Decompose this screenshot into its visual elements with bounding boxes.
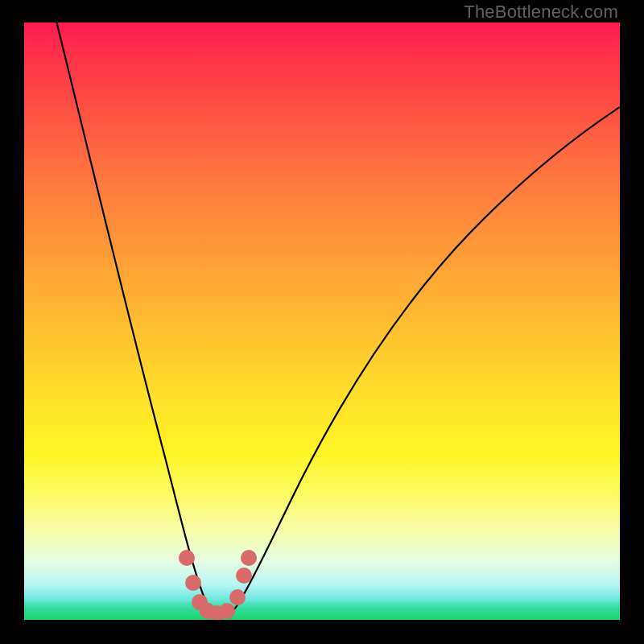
curve-right-branch xyxy=(219,107,620,617)
svg-point-1 xyxy=(185,575,201,591)
curve-markers xyxy=(179,550,257,620)
svg-point-0 xyxy=(179,550,195,566)
svg-point-8 xyxy=(241,550,257,566)
svg-point-6 xyxy=(229,589,246,605)
bottleneck-curve xyxy=(24,23,620,620)
svg-point-5 xyxy=(219,603,235,619)
curve-left-branch xyxy=(55,23,219,617)
svg-point-7 xyxy=(236,568,252,584)
watermark-text: TheBottleneck.com xyxy=(464,2,618,23)
chart-plot-area xyxy=(24,23,620,620)
chart-frame: TheBottleneck.com xyxy=(0,0,644,644)
